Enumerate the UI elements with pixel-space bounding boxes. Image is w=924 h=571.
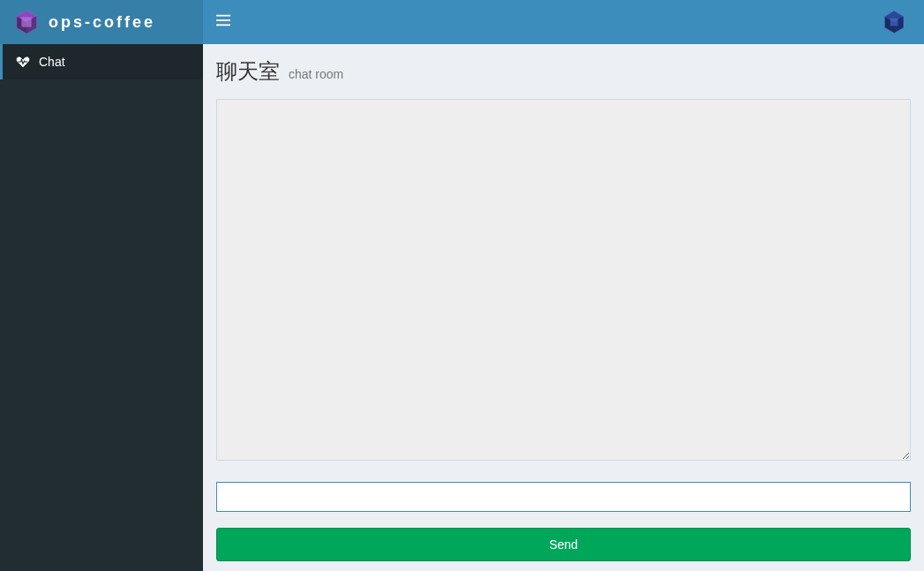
hamburger-icon <box>216 14 230 30</box>
svg-rect-6 <box>216 24 230 26</box>
logo-section[interactable]: ops-coffee <box>0 0 203 44</box>
chat-log-textarea[interactable] <box>216 99 911 461</box>
svg-marker-10 <box>890 19 898 26</box>
page-title: 聊天室 <box>216 57 280 86</box>
send-button[interactable]: Send <box>216 528 911 561</box>
svg-rect-4 <box>216 15 230 17</box>
sidebar-item-chat[interactable]: Chat <box>0 44 203 79</box>
content-wrapper: Chat 聊天室 chat room Send <box>0 44 924 571</box>
logo-text: ops-coffee <box>49 13 155 32</box>
heartbeat-icon <box>16 55 30 69</box>
page-header: 聊天室 chat room <box>216 57 911 86</box>
page-subtitle: chat room <box>289 67 343 81</box>
main-content: 聊天室 chat room Send <box>203 44 924 571</box>
message-input[interactable] <box>216 482 911 512</box>
logo-icon <box>13 9 40 35</box>
sidebar-item-label: Chat <box>39 55 65 69</box>
user-avatar-icon[interactable] <box>882 10 906 34</box>
menu-toggle-button[interactable] <box>203 0 244 44</box>
svg-marker-3 <box>21 17 31 26</box>
header-right <box>882 10 924 34</box>
header: ops-coffee <box>0 0 924 44</box>
svg-rect-5 <box>216 19 230 21</box>
sidebar: Chat <box>0 44 203 571</box>
